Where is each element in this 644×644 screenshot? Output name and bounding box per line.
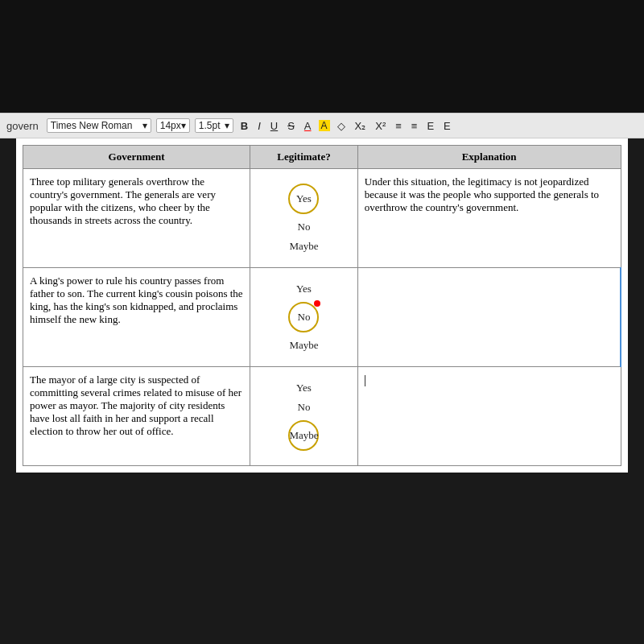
font-size-value: 14px [160,120,181,131]
header-explanation: Explanation [357,146,621,169]
government-cell-0: Three top military generals overthrow th… [23,169,250,268]
legitimacy-table: Government Legitimate? Explanation Three… [23,145,621,466]
option-circle-yes-0[interactable]: Yes [288,184,319,214]
bottom-black-bar [0,473,644,505]
option-circle-no-1[interactable]: No [288,302,319,332]
doc-name: govern [6,120,39,132]
line-height-value: 1.5pt [199,120,221,131]
government-cell-2: The mayor of a large city is suspected o… [23,367,250,466]
line-height-chevron: ▾ [225,120,229,131]
option-text-yes-2[interactable]: Yes [296,382,312,394]
legitimate-cell-1: YesNoMaybe [250,268,358,367]
list3-button[interactable]: E [424,119,436,133]
list4-button[interactable]: E [441,119,453,133]
option-text-no-2[interactable]: No [298,401,311,414]
list2-button[interactable]: ≡ [409,119,420,133]
header-legitimate: Legitimate? [250,146,358,169]
document-area: Government Legitimate? Explanation Three… [16,138,628,473]
bold-button[interactable]: B [238,119,250,133]
font-size-chevron: ▾ [181,120,186,131]
font-size-selector[interactable]: 14px ▾ [156,118,190,133]
top-black-bar [0,0,644,113]
superscript-button[interactable]: X² [373,119,388,133]
government-cell-1: A king's power to rule his country passe… [23,268,250,367]
explanation-cell-2 [357,367,621,466]
highlight-button[interactable]: A [319,120,330,131]
underline-button[interactable]: U [268,119,280,133]
option-text-maybe-1[interactable]: Maybe [289,339,318,352]
list1-button[interactable]: ≡ [393,119,404,133]
subscript-button[interactable]: X₂ [353,119,369,133]
font-chevron: ▾ [142,120,147,131]
font-color-button[interactable]: A [302,119,314,133]
font-name: Times New Roman [51,120,133,131]
explanation-cell-1 [357,268,621,367]
legitimate-cell-2: YesNoMaybe [250,367,358,466]
toolbar: govern Times New Roman ▾ 14px ▾ 1.5pt ▾ … [0,113,644,138]
explanation-cell-0: Under this situation, the legitimacy is … [357,169,621,268]
text-cursor [365,375,365,386]
header-government: Government [23,146,250,169]
line-height-selector[interactable]: 1.5pt ▾ [195,118,233,133]
option-text-no-0[interactable]: No [298,221,311,233]
italic-button[interactable]: I [255,119,263,133]
option-text-yes-1[interactable]: Yes [296,283,312,295]
legitimate-cell-0: YesNoMaybe [250,169,358,268]
font-selector[interactable]: Times New Roman ▾ [47,118,151,133]
paint-button[interactable]: ◇ [335,119,348,133]
strikethrough-button[interactable]: S [285,119,297,133]
option-circle-maybe-2[interactable]: Maybe [288,420,319,451]
option-text-maybe-0[interactable]: Maybe [289,240,318,253]
